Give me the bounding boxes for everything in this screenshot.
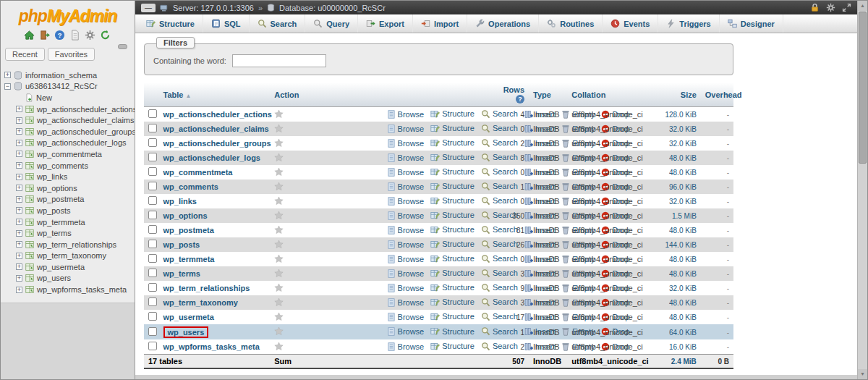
action-search[interactable]: Search	[481, 269, 518, 278]
table-name-link[interactable]: wp_termmeta	[163, 255, 215, 263]
action-structure[interactable]: Structure	[430, 342, 475, 351]
table-name-link[interactable]: wp_usermeta	[163, 313, 214, 321]
tree-schema-current-db[interactable]: u638613412_RcSCr	[1, 81, 135, 93]
table-name-link[interactable]: wp_actionscheduler_logs	[163, 153, 260, 162]
tree-item-table[interactable]: wp_comments	[1, 160, 135, 172]
expand-icon[interactable]	[16, 241, 22, 248]
row-checkbox[interactable]	[148, 312, 157, 321]
tree-item-table[interactable]: wp_actionscheduler_groups	[1, 126, 135, 138]
action-search[interactable]: Search	[481, 254, 518, 263]
action-browse[interactable]: Browse	[387, 327, 425, 336]
tree-item-label[interactable]: wp_terms	[37, 229, 72, 237]
filter-word-input[interactable]	[232, 54, 326, 67]
row-checkbox[interactable]	[148, 138, 157, 147]
tree-item-label[interactable]: wp_actionscheduler_logs	[37, 138, 127, 147]
row-checkbox[interactable]	[148, 196, 157, 205]
action-structure[interactable]: Structure	[430, 138, 475, 148]
row-checkbox[interactable]	[148, 283, 157, 292]
table-name-link[interactable]: wp_term_taxonomy	[163, 298, 238, 307]
favorite-star-icon[interactable]	[274, 182, 284, 191]
action-browse[interactable]: Browse	[387, 153, 425, 162]
action-structure[interactable]: Structure	[430, 283, 475, 292]
tree-item-label[interactable]: information_schema	[25, 71, 97, 80]
favorite-star-icon[interactable]	[274, 153, 284, 162]
tree-item-label[interactable]: wp_actionscheduler_actions	[37, 105, 135, 114]
tab-recent[interactable]: Recent	[5, 48, 45, 61]
header-rows[interactable]: Rows?	[495, 83, 529, 107]
action-browse[interactable]: Browse	[387, 182, 425, 191]
tab-operations[interactable]: Operations	[467, 14, 539, 33]
table-name-link[interactable]: wp_posts	[163, 240, 200, 249]
action-browse[interactable]: Browse	[387, 284, 425, 292]
tree-item-table[interactable]: wp_posts	[1, 205, 135, 216]
header-size[interactable]: Size	[655, 83, 701, 107]
tree-item-label[interactable]: u638613412_RcSCr	[25, 82, 98, 90]
tab-structure[interactable]: Structure	[138, 14, 203, 33]
favorite-star-icon[interactable]	[274, 138, 284, 148]
tree-item-table[interactable]: wp_links	[1, 171, 135, 182]
action-structure[interactable]: Structure	[430, 240, 475, 249]
expand-icon[interactable]	[16, 140, 22, 146]
action-search[interactable]: Search	[481, 138, 518, 148]
tree-item-label[interactable]: wp_term_relationships	[37, 240, 116, 249]
action-search[interactable]: Search	[481, 196, 518, 206]
action-search[interactable]: Search	[481, 182, 518, 191]
action-structure[interactable]: Structure	[430, 196, 475, 206]
action-structure[interactable]: Structure	[430, 211, 475, 220]
action-browse[interactable]: Browse	[387, 110, 425, 119]
action-search[interactable]: Search	[481, 167, 518, 177]
tab-sql[interactable]: SQL	[203, 14, 250, 33]
table-name-link[interactable]: wp_postmeta	[163, 226, 214, 235]
tree-item-label[interactable]: wp_commentmeta	[37, 150, 102, 159]
action-structure[interactable]: Structure	[430, 254, 475, 263]
action-search[interactable]: Search	[481, 240, 518, 249]
table-name-link[interactable]: wp_comments	[163, 182, 218, 191]
favorite-star-icon[interactable]	[274, 297, 284, 307]
favorite-star-icon[interactable]	[274, 211, 284, 220]
expand-icon[interactable]	[16, 151, 22, 157]
expand-icon[interactable]	[4, 72, 11, 78]
expand-icon[interactable]	[16, 117, 22, 124]
tab-designer[interactable]: Designer	[720, 14, 783, 33]
tree-item-label[interactable]: wp_usermeta	[37, 263, 85, 271]
action-browse[interactable]: Browse	[387, 255, 425, 263]
collapse-tree-icon[interactable]	[118, 44, 127, 49]
scrollbar-thumb[interactable]	[859, 12, 867, 164]
row-checkbox[interactable]	[148, 182, 157, 190]
tree-item-table[interactable]: wp_users	[1, 273, 135, 284]
action-browse[interactable]: Browse	[387, 342, 425, 351]
header-overhead[interactable]: Overhead	[701, 83, 733, 107]
expand-icon[interactable]	[16, 162, 22, 169]
action-structure[interactable]: Structure	[430, 167, 475, 177]
tree-item-table[interactable]: wp_postmeta	[1, 194, 135, 206]
tree-item-table[interactable]: wp_actionscheduler_logs	[1, 138, 135, 149]
action-search[interactable]: Search	[481, 297, 518, 307]
resize-icon[interactable]	[842, 3, 851, 12]
row-checkbox[interactable]	[148, 342, 157, 350]
expand-icon[interactable]	[16, 128, 22, 135]
row-checkbox[interactable]	[148, 167, 157, 176]
tree-schema-information-schema[interactable]: information_schema	[1, 69, 135, 81]
row-checkbox[interactable]	[148, 327, 157, 336]
action-structure[interactable]: Structure	[430, 297, 475, 307]
gear-icon[interactable]	[826, 3, 835, 12]
favorite-star-icon[interactable]	[274, 342, 284, 351]
action-search[interactable]: Search	[481, 312, 518, 321]
favorite-star-icon[interactable]	[274, 167, 284, 177]
tab-triggers[interactable]: Triggers	[658, 14, 719, 33]
home-icon[interactable]	[24, 30, 35, 41]
tab-routines[interactable]: Routines	[539, 14, 603, 33]
table-name-link[interactable]: wp_actionscheduler_claims	[163, 124, 269, 133]
action-browse[interactable]: Browse	[387, 168, 425, 177]
action-search[interactable]: Search	[481, 283, 518, 292]
expand-icon[interactable]	[16, 230, 22, 237]
tree-item-table[interactable]: wp_term_taxonomy	[1, 250, 135, 262]
row-checkbox[interactable]	[148, 297, 157, 306]
row-checkbox[interactable]	[148, 153, 157, 161]
tree-item-label[interactable]: wp_actionscheduler_groups	[37, 127, 135, 136]
action-browse[interactable]: Browse	[387, 139, 425, 148]
tree-item-label[interactable]: wp_wpforms_tasks_meta	[37, 285, 127, 294]
expand-icon[interactable]	[16, 185, 22, 191]
favorite-star-icon[interactable]	[274, 283, 284, 292]
tree-item-table[interactable]: wp_commentmeta	[1, 148, 135, 160]
